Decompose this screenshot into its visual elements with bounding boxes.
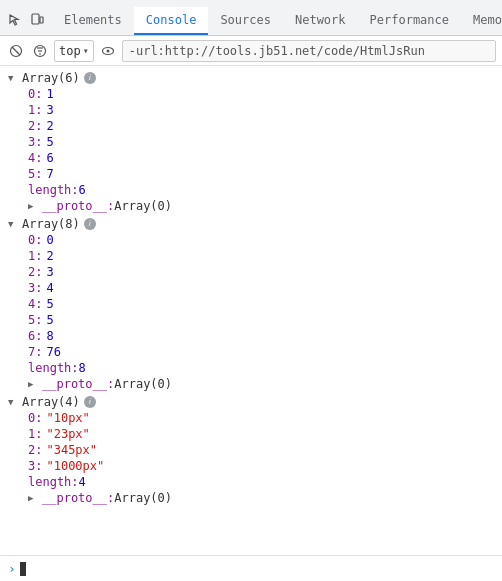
length-value: 4 [79,475,86,489]
svg-rect-1 [32,14,39,24]
array-header-row[interactable]: Array(4)i [0,394,502,410]
tab-sources[interactable]: Sources [208,7,283,35]
array-block: Array(6)i0: 11: 32: 23: 54: 65: 7length:… [0,70,502,214]
array-item-row: 3: "1000px" [20,458,502,474]
console-output: Array(6)i0: 11: 32: 23: 54: 65: 7length:… [0,66,502,580]
array-block: Array(4)i0: "10px"1: "23px"2: "345px"3: … [0,394,502,506]
proto-toggle-icon[interactable] [28,379,40,389]
prop-value: 6 [46,151,53,165]
array-item-row: 0: "10px" [20,410,502,426]
tab-network[interactable]: Network [283,7,358,35]
svg-marker-0 [10,15,18,25]
prop-key: 1: [28,249,42,263]
prop-value: "23px" [46,427,89,441]
array-label: Array(6) [22,71,80,85]
prop-key: 2: [28,443,42,457]
prop-key: 5: [28,167,42,181]
array-item-row: 1: 3 [20,102,502,118]
length-key: length: [28,183,79,197]
prop-value: 3 [46,265,53,279]
tab-elements[interactable]: Elements [52,7,134,35]
svg-point-10 [106,49,109,52]
array-item-row: 6: 8 [20,328,502,344]
array-info-icon[interactable]: i [84,218,96,230]
toggle-arrow-icon[interactable] [8,397,20,407]
array-label: Array(4) [22,395,80,409]
prop-value: "10px" [46,411,89,425]
proto-row[interactable]: __proto__: Array(0) [20,198,502,214]
array-info-icon[interactable]: i [84,72,96,84]
prop-value: 5 [46,135,53,149]
tab-memory[interactable]: Memory [461,7,502,35]
prop-value: 76 [46,345,60,359]
prop-key: 0: [28,233,42,247]
context-label: top [59,44,81,58]
array-children: 0: "10px"1: "23px"2: "345px"3: "1000px"l… [0,410,502,506]
prop-value: 0 [46,233,53,247]
array-header-row[interactable]: Array(8)i [0,216,502,232]
prop-key: 5: [28,313,42,327]
array-item-row: 7: 76 [20,344,502,360]
array-block: Array(8)i0: 01: 22: 33: 44: 55: 56: 87: … [0,216,502,392]
url-filter-input[interactable]: -url:http://tools.jb51.net/code/HtmlJsRu… [122,40,496,62]
array-info-icon[interactable]: i [84,396,96,408]
toggle-arrow-icon[interactable] [8,219,20,229]
proto-toggle-icon[interactable] [28,493,40,503]
array-item-row: 2: 2 [20,118,502,134]
prop-key: 6: [28,329,42,343]
filter-button[interactable] [30,41,50,61]
array-label: Array(8) [22,217,80,231]
prop-key: 1: [28,103,42,117]
device-icon[interactable] [28,11,46,29]
prop-key: 2: [28,119,42,133]
console-input-row: › [0,555,502,581]
proto-value: Array(0) [114,199,172,213]
proto-value: Array(0) [114,491,172,505]
prop-value: "345px" [46,443,97,457]
proto-row[interactable]: __proto__: Array(0) [20,376,502,392]
context-selector[interactable]: top ▾ [54,40,94,62]
array-item-row: 1: 2 [20,248,502,264]
console-prompt-icon: › [8,561,16,576]
proto-value: Array(0) [114,377,172,391]
prop-value: 5 [46,297,53,311]
prop-key: 0: [28,87,42,101]
console-cursor [20,562,26,576]
prop-key: 3: [28,459,42,473]
clear-console-button[interactable] [6,41,26,61]
toggle-arrow-icon[interactable] [8,73,20,83]
devtools-icon-group [4,11,52,35]
array-item-row: 3: 5 [20,134,502,150]
array-item-row: 2: 3 [20,264,502,280]
prop-key: 0: [28,411,42,425]
length-key: length: [28,361,79,375]
prop-value: 4 [46,281,53,295]
array-length-row: length: 6 [20,182,502,198]
eye-button[interactable] [98,41,118,61]
cursor-icon[interactable] [6,11,24,29]
prop-value: 3 [46,103,53,117]
prop-key: 3: [28,135,42,149]
tab-bar: Elements Console Sources Network Perform… [0,0,502,36]
proto-key: __proto__: [42,491,114,505]
tab-performance[interactable]: Performance [358,7,461,35]
proto-toggle-icon[interactable] [28,201,40,211]
length-value: 8 [79,361,86,375]
svg-line-4 [12,47,20,55]
prop-value: 8 [46,329,53,343]
prop-key: 4: [28,297,42,311]
prop-key: 1: [28,427,42,441]
array-length-row: length: 8 [20,360,502,376]
array-item-row: 0: 0 [20,232,502,248]
proto-key: __proto__: [42,377,114,391]
array-item-row: 5: 5 [20,312,502,328]
array-item-row: 4: 6 [20,150,502,166]
proto-key: __proto__: [42,199,114,213]
array-item-row: 0: 1 [20,86,502,102]
length-value: 6 [79,183,86,197]
prop-key: 2: [28,265,42,279]
array-header-row[interactable]: Array(6)i [0,70,502,86]
array-item-row: 2: "345px" [20,442,502,458]
tab-console[interactable]: Console [134,7,209,35]
proto-row[interactable]: __proto__: Array(0) [20,490,502,506]
